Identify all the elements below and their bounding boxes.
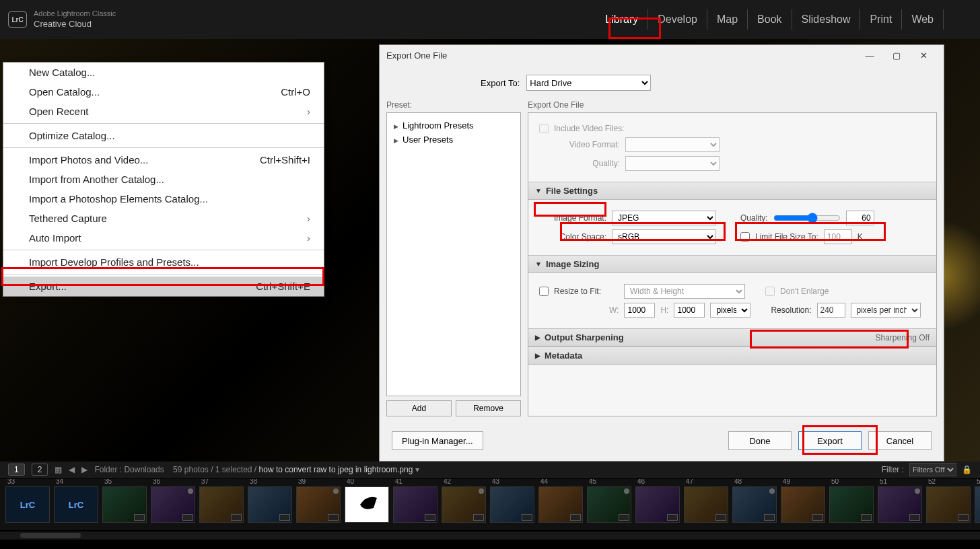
thumbnail[interactable]: 41 xyxy=(393,486,438,523)
video-format-label: Video Format: xyxy=(539,140,620,149)
thumbnail[interactable]: 51 xyxy=(878,486,922,523)
maximize-button[interactable]: ▢ xyxy=(883,50,910,61)
folder-path: Folder : Downloads 59 photos / 1 selecte… xyxy=(94,465,419,474)
minimize-button[interactable]: — xyxy=(856,50,883,61)
module-book[interactable]: Book xyxy=(748,9,792,30)
settings-label: Export One File xyxy=(528,100,937,110)
limit-filesize-checkbox[interactable] xyxy=(740,232,750,242)
height-input[interactable] xyxy=(674,303,705,318)
cancel-button[interactable]: Cancel xyxy=(868,431,932,450)
nav-fwd-icon[interactable]: ▶ xyxy=(81,465,88,474)
thumbnail[interactable]: 34LrC xyxy=(54,486,98,523)
thumbnail[interactable]: 50 xyxy=(829,486,874,523)
color-space-select[interactable]: sRGB xyxy=(612,229,716,244)
video-quality-select xyxy=(625,156,720,171)
menu-item[interactable]: Auto Import› xyxy=(3,228,324,248)
menu-item[interactable]: New Catalog... xyxy=(3,63,324,82)
export-to-row: Export To: Hard Drive xyxy=(380,65,944,100)
video-quality-label: Quality: xyxy=(539,159,620,168)
width-input[interactable] xyxy=(624,303,655,318)
export-to-select[interactable]: Hard Drive xyxy=(526,75,651,91)
thumbnail[interactable]: 37 xyxy=(199,486,244,523)
thumbnail[interactable]: 35 xyxy=(102,486,147,523)
preset-lightroom[interactable]: Lightroom Presets xyxy=(394,118,514,133)
dialog-titlebar: Export One File — ▢ ✕ xyxy=(380,45,944,65)
thumbnail[interactable]: 44 xyxy=(538,486,583,523)
view-badge-1[interactable]: 1 xyxy=(8,464,25,476)
module-slideshow[interactable]: Slideshow xyxy=(792,9,861,30)
done-button[interactable]: Done xyxy=(728,431,792,450)
resize-fit-checkbox[interactable] xyxy=(539,287,549,296)
module-print[interactable]: Print xyxy=(860,9,902,30)
thumbnail[interactable]: 39 xyxy=(296,486,341,523)
menu-item[interactable]: Open Recent› xyxy=(3,102,324,121)
thumbnail[interactable]: 48 xyxy=(732,486,777,523)
quality-label: Quality: xyxy=(740,213,768,223)
nav-back-icon[interactable]: ◀ xyxy=(69,465,75,474)
menu-item[interactable]: Optimize Catalog... xyxy=(3,126,324,145)
filter-lock-icon[interactable]: 🔒 xyxy=(962,465,972,474)
thumbnail[interactable]: 52 xyxy=(926,486,971,523)
thumbnail[interactable]: 47 xyxy=(684,486,728,523)
grid-icon[interactable]: ▦ xyxy=(55,465,62,474)
image-sizing-header[interactable]: ▼Image Sizing xyxy=(528,255,936,273)
resolution-input[interactable] xyxy=(817,303,845,318)
thumbnail[interactable]: 43 xyxy=(490,486,534,523)
thumbnail[interactable]: 42 xyxy=(442,486,486,523)
menu-item[interactable]: Import Develop Profiles and Presets... xyxy=(3,252,324,272)
image-format-select[interactable]: JPEG xyxy=(612,211,716,225)
thumbnail[interactable]: 38 xyxy=(248,486,292,523)
include-video-checkbox xyxy=(539,124,549,133)
preset-user[interactable]: User Presets xyxy=(394,133,514,147)
view-badge-2[interactable]: 2 xyxy=(32,464,48,476)
menu-item[interactable]: Import from Another Catalog... xyxy=(3,170,324,189)
dont-enlarge-checkbox xyxy=(765,287,775,296)
menu-item[interactable]: Open Catalog...Ctrl+O xyxy=(3,82,324,102)
dont-enlarge-label: Don't Enlarge xyxy=(780,287,829,296)
sharpen-note: Sharpening Off xyxy=(875,333,930,342)
menu-item[interactable]: Tethered Capture› xyxy=(3,209,324,228)
module-develop[interactable]: Develop xyxy=(648,9,707,30)
thumbnail[interactable]: 46 xyxy=(635,486,680,523)
cloud-sync-icon[interactable] xyxy=(953,15,972,24)
thumbnail[interactable]: 33LrC xyxy=(5,486,50,523)
preset-list[interactable]: Lightroom Presets User Presets xyxy=(386,112,521,396)
quality-input[interactable] xyxy=(846,211,874,225)
video-format-select xyxy=(625,137,720,152)
module-library[interactable]: Library xyxy=(596,9,648,30)
include-video-label: Include Video Files: xyxy=(554,124,625,133)
preset-add-button[interactable]: Add xyxy=(386,400,452,416)
settings-panel[interactable]: Include Video Files: Video Format: Quali… xyxy=(528,112,937,416)
menu-item[interactable]: Import Photos and Video...Ctrl+Shift+I xyxy=(3,150,324,170)
module-web[interactable]: Web xyxy=(902,9,944,30)
menu-item[interactable]: Export...Ctrl+Shift+E xyxy=(3,277,324,296)
thumbnail[interactable]: 53 xyxy=(975,486,980,523)
metadata-header[interactable]: ▶Metadata xyxy=(528,346,936,365)
thumbnail[interactable]: 40 xyxy=(345,486,389,523)
thumbnail[interactable]: 36 xyxy=(151,486,195,523)
size-unit-select[interactable]: pixels xyxy=(710,303,750,318)
app-subtitle: Creative Cloud xyxy=(34,19,116,30)
output-sharpening-header[interactable]: ▶Output SharpeningSharpening Off xyxy=(528,328,936,346)
filmstrip-info: 1 2 ▦ ◀ ▶ Folder : Downloads 59 photos /… xyxy=(0,461,980,478)
filmstrip[interactable]: 33LrC34LrC353637383940414243444546474849… xyxy=(0,479,980,530)
app-title: Adobe Lightroom Classic Creative Cloud xyxy=(34,9,116,30)
dialog-footer: Plug-in Manager... Done Export Cancel xyxy=(380,420,944,461)
plugin-manager-button[interactable]: Plug-in Manager... xyxy=(392,431,483,450)
quality-slider[interactable] xyxy=(773,213,841,223)
export-button[interactable]: Export xyxy=(798,431,862,450)
file-settings-header[interactable]: ▼File Settings xyxy=(528,182,936,200)
module-map[interactable]: Map xyxy=(707,9,748,30)
module-picker: Library Develop Map Book Slideshow Print… xyxy=(596,9,972,30)
file-settings-title: File Settings xyxy=(546,186,598,196)
limit-filesize-input[interactable] xyxy=(824,229,852,244)
resolution-unit-select[interactable]: pixels per inch xyxy=(851,303,921,318)
filmstrip-scrollbar[interactable] xyxy=(0,532,980,540)
resize-mode-select[interactable]: Width & Height xyxy=(624,284,745,299)
close-button[interactable]: ✕ xyxy=(910,50,937,61)
menu-item[interactable]: Import a Photoshop Elements Catalog... xyxy=(3,189,324,209)
thumbnail[interactable]: 49 xyxy=(781,486,825,523)
thumbnail[interactable]: 45 xyxy=(587,486,631,523)
preset-remove-button[interactable]: Remove xyxy=(456,400,521,416)
filter-select[interactable]: Filters Off xyxy=(909,463,956,476)
